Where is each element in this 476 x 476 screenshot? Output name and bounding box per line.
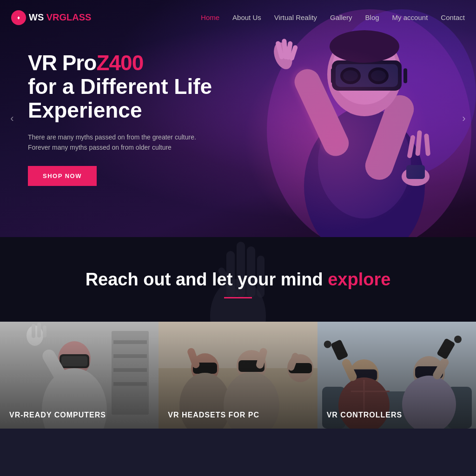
logo-prefix: WS VRGLASS <box>29 12 91 23</box>
carousel-next-button[interactable]: › <box>456 110 472 127</box>
carousel-prev-button[interactable]: ‹ <box>4 110 20 127</box>
svg-rect-20 <box>403 68 407 83</box>
svg-point-18 <box>371 70 386 81</box>
category-card-computers[interactable]: VR-READY COMPUTERS <box>0 322 159 429</box>
nav-home[interactable]: Home <box>201 13 219 21</box>
category-label-computers: VR-READY COMPUTERS <box>9 411 106 419</box>
hero-title-line1: VR ProZ400 <box>28 51 212 75</box>
hero-svg <box>206 0 476 237</box>
category-card-controllers[interactable]: VR CONTROLLERS <box>317 322 476 429</box>
main-nav: Home About Us Virtual Reality Gallery Bl… <box>201 13 465 21</box>
svg-rect-19 <box>331 68 335 83</box>
nav-about[interactable]: About Us <box>232 13 261 21</box>
svg-point-22 <box>330 30 399 63</box>
nav-contact[interactable]: Contact <box>441 13 465 21</box>
svg-point-17 <box>343 70 358 81</box>
hero-section: VR ProZ400 for a Different Life Experien… <box>0 0 476 237</box>
categories-grid: VR-READY COMPUTERS <box>0 322 476 429</box>
category-card-headsets[interactable]: VR HEADSETS FOR PC <box>159 322 317 429</box>
logo-icon: ♦ <box>11 10 26 25</box>
hero-person-figure <box>206 0 476 237</box>
site-logo[interactable]: ♦ WS VRGLASS <box>11 10 91 25</box>
nav-blog[interactable]: Blog <box>365 13 379 21</box>
nav-account[interactable]: My account <box>392 13 428 21</box>
site-header: ♦ WS VRGLASS Home About Us Virtual Reali… <box>0 0 476 35</box>
hero-title-line2: for a Different Life <box>28 75 212 99</box>
hero-title-line3: Experience <box>28 98 212 123</box>
nav-gallery[interactable]: Gallery <box>330 13 352 21</box>
hero-content: VR ProZ400 for a Different Life Experien… <box>28 51 212 186</box>
explore-underline <box>224 297 252 298</box>
explore-title: Reach out and let your mind explore <box>0 270 476 290</box>
nav-virtual-reality[interactable]: Virtual Reality <box>274 13 317 21</box>
svg-rect-25 <box>406 165 425 179</box>
category-label-headsets: VR HEADSETS FOR PC <box>168 411 259 419</box>
explore-section: Reach out and let your mind explore <box>0 237 476 429</box>
shop-now-button[interactable]: SHOP NOW <box>28 166 97 186</box>
category-label-controllers: VR CONTROLLERS <box>327 411 402 419</box>
hero-subtitle: There are many myths passed on from the … <box>28 132 205 153</box>
